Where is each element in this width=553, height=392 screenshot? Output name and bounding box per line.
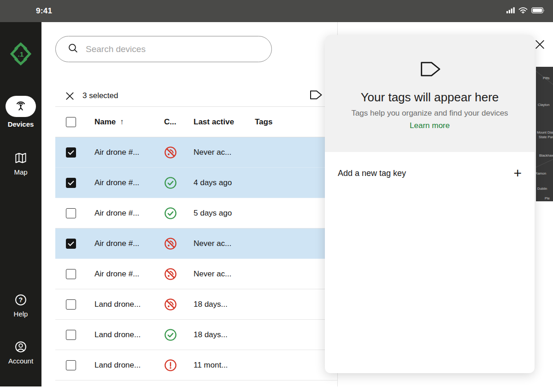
tag-selected-button[interactable] <box>309 89 323 101</box>
clear-selection-button[interactable] <box>65 91 75 101</box>
sidebar-item-help[interactable]: ? Help <box>0 293 41 318</box>
battery-icon <box>531 7 545 15</box>
last-active-cell: 4 days ago <box>194 168 232 198</box>
broadcast-icon <box>14 99 28 114</box>
sidebar-item-label: Help <box>0 310 41 318</box>
map-place-label: Mount Diabl <box>537 130 553 135</box>
sort-ascending-icon: ↑ <box>120 117 124 126</box>
device-table-body: Air drone #... Never ac... Air drone #..… <box>55 137 337 380</box>
table-row[interactable]: Land drone... 11 mont... <box>55 350 337 380</box>
table-row[interactable]: Land drone... 18 days... <box>55 320 337 350</box>
last-active-cell: 18 days... <box>194 289 228 320</box>
connectivity-offline-icon <box>164 268 177 281</box>
device-name: Land drone... <box>94 350 141 380</box>
map-place-label: Ple <box>545 196 550 200</box>
learn-more-link[interactable]: Learn more <box>410 121 450 130</box>
sidebar-item-label: Map <box>0 168 41 176</box>
tags-empty-title: Your tags will appear here <box>361 90 499 105</box>
table-row[interactable]: Air drone #... 4 days ago <box>55 168 337 198</box>
device-table-header: Name↑ C... Last active Tags <box>55 107 337 137</box>
selection-count: 3 selected <box>82 91 118 100</box>
last-active-cell: Never ac... <box>194 137 231 168</box>
devices-active-pill <box>6 96 36 117</box>
column-header-tags[interactable]: Tags <box>255 107 272 137</box>
tag-icon <box>418 60 442 80</box>
connectivity-offline-icon <box>164 237 177 250</box>
row-checkbox[interactable] <box>66 269 76 279</box>
map-icon <box>0 151 41 165</box>
map-place-label: State Park <box>539 135 553 139</box>
column-header-last-active[interactable]: Last active <box>194 107 234 137</box>
column-header-connectivity[interactable]: C... <box>164 107 176 137</box>
wifi-icon <box>518 7 528 16</box>
map-place-label: Blackhaw <box>539 153 553 158</box>
device-name: Air drone #... <box>94 137 139 168</box>
tags-modal: Your tags will appear here Tags help you… <box>325 35 535 373</box>
table-row[interactable]: Land drone... 18 days... <box>55 289 337 320</box>
status-icons <box>506 0 545 22</box>
device-name: Air drone #... <box>94 168 139 198</box>
sidebar-item-account[interactable]: Account <box>0 340 41 365</box>
row-checkbox[interactable] <box>66 208 76 218</box>
device-name: Air drone #... <box>94 228 139 259</box>
last-active-cell: Never ac... <box>194 228 231 259</box>
search-input[interactable] <box>85 44 262 55</box>
row-checkbox[interactable] <box>66 147 76 158</box>
sidebar-item-label: Devices <box>0 120 41 128</box>
device-name: Land drone... <box>94 320 141 350</box>
add-tag-plus-button[interactable]: + <box>513 166 522 180</box>
row-checkbox[interactable] <box>66 299 76 310</box>
table-row[interactable]: Air drone #... Never ac... <box>55 137 337 168</box>
tags-empty-state: Your tags will appear here Tags help you… <box>325 35 535 152</box>
help-icon: ? <box>0 293 41 307</box>
selection-bar: 3 selected <box>55 85 337 106</box>
tags-empty-subtitle: Tags help you organize and find your dev… <box>351 109 508 118</box>
panel-close-button[interactable] <box>534 39 546 50</box>
add-tag-label: Add a new tag key <box>338 169 406 178</box>
connectivity-alert-icon <box>164 359 177 372</box>
svg-text:?: ? <box>19 296 23 304</box>
connectivity-offline-icon <box>164 146 177 159</box>
device-name: Air drone #... <box>94 198 139 228</box>
map-thumbnail[interactable]: PittsClaytonMount DiablState ParkBlackha… <box>536 67 553 201</box>
account-icon <box>0 340 41 354</box>
row-checkbox[interactable] <box>66 239 76 249</box>
connectivity-online-icon <box>164 328 177 341</box>
connectivity-offline-icon <box>164 298 177 311</box>
search-icon <box>67 42 79 56</box>
map-place-label: Clayton <box>538 103 549 107</box>
device-name: Land drone... <box>94 289 141 320</box>
last-active-cell: Never ac... <box>194 259 231 289</box>
map-place-label: Dublin <box>537 187 547 191</box>
table-row[interactable]: Air drone #... Never ac... <box>55 259 337 289</box>
app-logo: .1 <box>7 40 34 68</box>
sidebar-item-map[interactable]: Map <box>0 151 41 176</box>
last-active-cell: 11 mont... <box>194 350 228 380</box>
last-active-cell: 18 days... <box>194 320 228 350</box>
row-checkbox[interactable] <box>66 360 76 370</box>
select-all-checkbox[interactable] <box>66 117 76 127</box>
search-bar <box>55 36 272 62</box>
status-bar: 9:41 <box>0 0 553 22</box>
sidebar: .1 Devices <box>0 22 41 386</box>
map-place-label: Ramon <box>536 171 546 176</box>
sidebar-item-devices[interactable]: Devices <box>0 96 41 128</box>
sidebar-item-label: Account <box>0 357 41 365</box>
connectivity-online-icon <box>164 176 177 189</box>
column-header-name[interactable]: Name↑ <box>94 107 124 137</box>
table-row[interactable]: Air drone #... Never ac... <box>55 228 337 259</box>
device-name: Air drone #... <box>94 259 139 289</box>
app-screen: 9:41 <box>0 0 553 392</box>
table-row[interactable]: Air drone #... 5 days ago <box>55 198 337 228</box>
map-place-label: Pitts <box>543 76 550 80</box>
status-time: 9:41 <box>36 0 52 22</box>
add-tag-row[interactable]: Add a new tag key + <box>325 161 535 185</box>
row-checkbox[interactable] <box>66 178 76 188</box>
last-active-cell: 5 days ago <box>194 198 232 228</box>
logo-text: .1 <box>18 50 24 58</box>
cellular-signal-icon <box>506 7 515 15</box>
row-checkbox[interactable] <box>66 330 76 340</box>
connectivity-online-icon <box>164 207 177 220</box>
